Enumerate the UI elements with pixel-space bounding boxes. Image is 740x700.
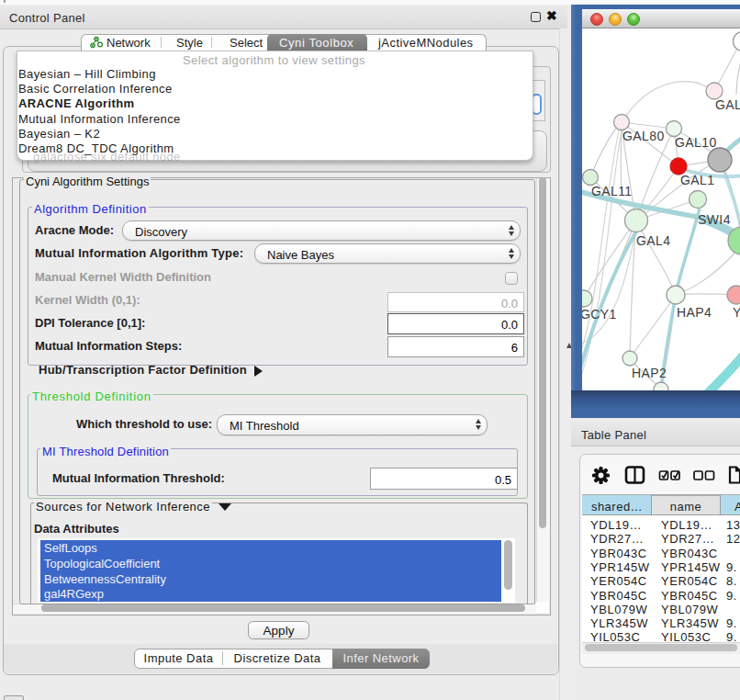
svg-text:GAL10: GAL10 [675, 135, 717, 150]
svg-text:GAL11: GAL11 [591, 184, 633, 198]
svg-text:YD: YD [733, 305, 740, 320]
svg-text:GAL80: GAL80 [622, 129, 665, 143]
svg-text:GCY1: GCY1 [582, 307, 617, 322]
svg-text:HAP2: HAP2 [632, 366, 667, 380]
svg-text:HAP4: HAP4 [677, 305, 712, 320]
svg-text:GAL2: GAL2 [715, 97, 740, 112]
svg-text:GAL4: GAL4 [636, 233, 670, 248]
svg-text:SWI4: SWI4 [698, 212, 731, 227]
svg-text:GAL1: GAL1 [680, 173, 714, 187]
